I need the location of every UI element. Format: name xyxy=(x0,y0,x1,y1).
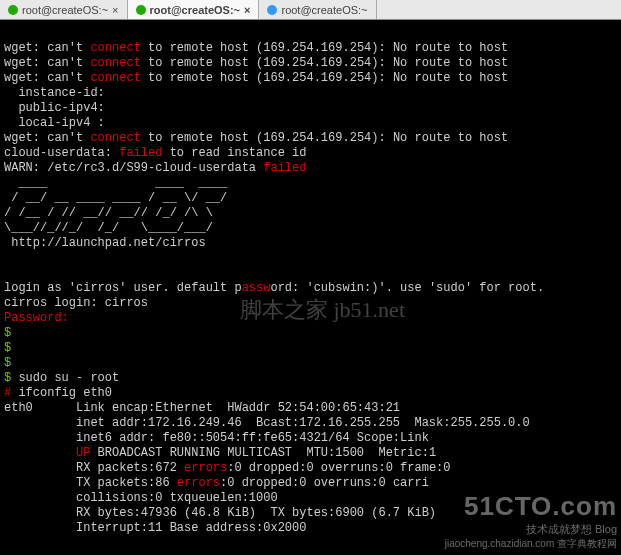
ascii-art: ____ ____ ____ xyxy=(4,176,227,190)
line: wget: can't xyxy=(4,131,90,145)
tab-label: root@createOS:~ xyxy=(281,4,367,16)
kw-failed: failed xyxy=(119,146,162,160)
close-icon[interactable]: × xyxy=(112,4,118,16)
kw-errors: errors xyxy=(177,476,220,490)
check-icon xyxy=(8,5,18,15)
line: to remote host (169.254.169.254): No rou… xyxy=(141,41,508,55)
password-label: Password: xyxy=(4,311,69,325)
tab-label: root@createOS:~ xyxy=(150,4,241,16)
line: to remote host (169.254.169.254): No rou… xyxy=(141,56,508,70)
ifconfig-line: BROADCAST RUNNING MULTICAST MTU:1500 Met… xyxy=(90,446,436,460)
ifconfig-line: Interrupt:11 Base address:0x2000 xyxy=(4,521,306,535)
line: public-ipv4: xyxy=(4,101,105,115)
line: cloud-userdata: xyxy=(4,146,119,160)
close-icon[interactable]: × xyxy=(244,4,250,16)
ifconfig-line: eth0 Link encap:Ethernet HWaddr 52:54:00… xyxy=(4,401,400,415)
ifconfig-line: TX packets:86 xyxy=(4,476,177,490)
ifconfig-line: collisions:0 txqueuelen:1000 xyxy=(4,491,278,505)
watermark-brand: 51CTO.com xyxy=(445,491,617,522)
line: to remote host (169.254.169.254): No rou… xyxy=(141,131,508,145)
kw-failed: failed xyxy=(263,161,306,175)
ifconfig-line: :0 dropped:0 overruns:0 frame:0 xyxy=(227,461,450,475)
ascii-art: \___//_//_/ /_/ \____/___/ xyxy=(4,221,220,235)
tab-label: root@createOS:~ xyxy=(22,4,108,16)
line: instance-id: xyxy=(4,86,105,100)
cmd: ifconfig eth0 xyxy=(11,386,112,400)
check-icon xyxy=(136,5,146,15)
watermark-center: 脚本之家 jb51.net xyxy=(240,295,405,325)
kw-errors: errors xyxy=(184,461,227,475)
kw-pass: assw xyxy=(242,281,271,295)
ifconfig-line: inet6 addr: fe80::5054:ff:fe65:4321/64 S… xyxy=(4,431,429,445)
tab-0[interactable]: root@createOS:~× xyxy=(0,0,128,19)
line: to remote host (169.254.169.254): No rou… xyxy=(141,71,508,85)
watermark-url: jiaocheng.chazidian.com 查字典教程网 xyxy=(445,537,617,551)
kw-up: UP xyxy=(76,446,90,460)
ascii-art: / /__ / // __// __// /_/ /\ \ xyxy=(4,206,220,220)
kw-connect: connect xyxy=(90,71,140,85)
watermark-sub: 技术成就梦想 Blog xyxy=(445,522,617,537)
watermark-corner: 51CTO.com 技术成就梦想 Blog jiaocheng.chazidia… xyxy=(445,491,617,551)
login-prompt: cirros login: cirros xyxy=(4,296,148,310)
terminal-output[interactable]: wget: can't connect to remote host (169.… xyxy=(0,20,621,542)
login-hint: login as 'cirros' user. default p xyxy=(4,281,242,295)
ifconfig-line xyxy=(4,446,76,460)
prompt: $ xyxy=(4,356,11,370)
line: to read instance id xyxy=(162,146,306,160)
prompt: $ xyxy=(4,341,11,355)
prompt: $ xyxy=(4,326,11,340)
ifconfig-line: inet addr:172.16.249.46 Bcast:172.16.255… xyxy=(4,416,530,430)
line: wget: can't xyxy=(4,71,90,85)
line: WARN: /etc/rc3.d/S99-cloud-userdata xyxy=(4,161,263,175)
kw-connect: connect xyxy=(90,131,140,145)
kw-connect: connect xyxy=(90,41,140,55)
ifconfig-line: RX packets:672 xyxy=(4,461,184,475)
line: wget: can't xyxy=(4,41,90,55)
tab-bar: root@createOS:~× root@createOS:~× root@c… xyxy=(0,0,621,20)
info-icon xyxy=(267,5,277,15)
ifconfig-line: RX bytes:47936 (46.8 KiB) TX bytes:6900 … xyxy=(4,506,436,520)
line: local-ipv4 : xyxy=(4,116,105,130)
cmd: sudo su - root xyxy=(11,371,119,385)
line: wget: can't xyxy=(4,56,90,70)
tab-2[interactable]: root@createOS:~ xyxy=(259,0,376,19)
tab-1[interactable]: root@createOS:~× xyxy=(128,0,260,19)
ascii-art: / __/ __ ____ ____ / __ \/ __/ xyxy=(4,191,227,205)
login-hint: ord: 'cubswin:)'. use 'sudo' for root. xyxy=(270,281,544,295)
cirros-url: http://launchpad.net/cirros xyxy=(4,236,206,250)
ifconfig-line: :0 dropped:0 overruns:0 carri xyxy=(220,476,429,490)
kw-connect: connect xyxy=(90,56,140,70)
